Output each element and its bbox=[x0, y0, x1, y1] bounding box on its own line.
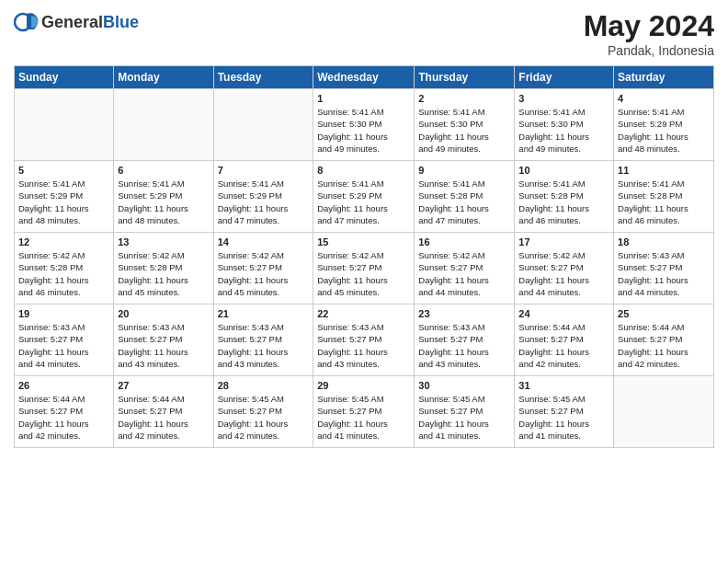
calendar-day-cell: 27Sunrise: 5:44 AM Sunset: 5:27 PM Dayli… bbox=[114, 376, 213, 448]
header-sunday: Sunday bbox=[15, 66, 114, 89]
day-number: 26 bbox=[18, 380, 109, 391]
day-number: 2 bbox=[418, 93, 510, 104]
day-info: Sunrise: 5:44 AM Sunset: 5:27 PM Dayligh… bbox=[618, 321, 710, 370]
calendar-day-cell: 13Sunrise: 5:42 AM Sunset: 5:28 PM Dayli… bbox=[114, 233, 213, 304]
day-number: 16 bbox=[418, 236, 510, 247]
calendar-day-cell bbox=[15, 89, 114, 161]
day-info: Sunrise: 5:41 AM Sunset: 5:29 PM Dayligh… bbox=[317, 178, 410, 226]
day-info: Sunrise: 5:44 AM Sunset: 5:27 PM Dayligh… bbox=[518, 321, 609, 370]
day-info: Sunrise: 5:41 AM Sunset: 5:29 PM Dayligh… bbox=[218, 178, 310, 226]
location: Pandak, Indonesia bbox=[584, 43, 714, 58]
day-number: 15 bbox=[317, 236, 410, 247]
day-info: Sunrise: 5:41 AM Sunset: 5:28 PM Dayligh… bbox=[518, 178, 609, 226]
day-info: Sunrise: 5:42 AM Sunset: 5:28 PM Dayligh… bbox=[18, 249, 109, 298]
calendar-week-row: 1Sunrise: 5:41 AM Sunset: 5:30 PM Daylig… bbox=[15, 89, 714, 161]
day-info: Sunrise: 5:45 AM Sunset: 5:27 PM Dayligh… bbox=[418, 393, 510, 442]
header-thursday: Thursday bbox=[415, 66, 515, 89]
calendar-header-row: Sunday Monday Tuesday Wednesday Thursday… bbox=[15, 66, 714, 89]
day-info: Sunrise: 5:43 AM Sunset: 5:27 PM Dayligh… bbox=[218, 321, 310, 370]
day-info: Sunrise: 5:43 AM Sunset: 5:27 PM Dayligh… bbox=[317, 321, 410, 370]
calendar-day-cell: 8Sunrise: 5:41 AM Sunset: 5:29 PM Daylig… bbox=[313, 161, 415, 233]
day-info: Sunrise: 5:44 AM Sunset: 5:27 PM Dayligh… bbox=[118, 393, 209, 442]
day-number: 18 bbox=[618, 236, 710, 247]
day-info: Sunrise: 5:41 AM Sunset: 5:30 PM Dayligh… bbox=[518, 106, 609, 155]
day-info: Sunrise: 5:43 AM Sunset: 5:27 PM Dayligh… bbox=[118, 321, 209, 370]
day-number: 7 bbox=[218, 165, 310, 176]
day-info: Sunrise: 5:41 AM Sunset: 5:30 PM Dayligh… bbox=[418, 106, 510, 155]
page-container: GeneralBlue May 2024 Pandak, Indonesia S… bbox=[0, 0, 728, 457]
calendar-week-row: 26Sunrise: 5:44 AM Sunset: 5:27 PM Dayli… bbox=[15, 376, 714, 448]
day-info: Sunrise: 5:41 AM Sunset: 5:30 PM Dayligh… bbox=[317, 106, 410, 155]
header-wednesday: Wednesday bbox=[313, 66, 415, 89]
day-info: Sunrise: 5:42 AM Sunset: 5:27 PM Dayligh… bbox=[418, 249, 510, 298]
day-number: 3 bbox=[518, 93, 609, 104]
calendar-day-cell: 26Sunrise: 5:44 AM Sunset: 5:27 PM Dayli… bbox=[15, 376, 114, 448]
calendar-day-cell bbox=[114, 89, 213, 161]
calendar-day-cell: 4Sunrise: 5:41 AM Sunset: 5:29 PM Daylig… bbox=[614, 89, 714, 161]
calendar-day-cell: 23Sunrise: 5:43 AM Sunset: 5:27 PM Dayli… bbox=[415, 304, 515, 376]
calendar-day-cell: 5Sunrise: 5:41 AM Sunset: 5:29 PM Daylig… bbox=[15, 161, 114, 233]
day-info: Sunrise: 5:43 AM Sunset: 5:27 PM Dayligh… bbox=[418, 321, 510, 370]
day-number: 11 bbox=[618, 165, 710, 176]
calendar-day-cell: 30Sunrise: 5:45 AM Sunset: 5:27 PM Dayli… bbox=[415, 376, 515, 448]
calendar-day-cell: 11Sunrise: 5:41 AM Sunset: 5:28 PM Dayli… bbox=[614, 161, 714, 233]
calendar-week-row: 19Sunrise: 5:43 AM Sunset: 5:27 PM Dayli… bbox=[15, 304, 714, 376]
calendar-day-cell: 22Sunrise: 5:43 AM Sunset: 5:27 PM Dayli… bbox=[313, 304, 415, 376]
day-number: 21 bbox=[218, 308, 310, 319]
day-number: 5 bbox=[18, 165, 109, 176]
calendar-day-cell: 19Sunrise: 5:43 AM Sunset: 5:27 PM Dayli… bbox=[15, 304, 114, 376]
day-info: Sunrise: 5:45 AM Sunset: 5:27 PM Dayligh… bbox=[218, 393, 310, 442]
day-number: 4 bbox=[618, 93, 710, 104]
logo: GeneralBlue bbox=[14, 9, 139, 35]
calendar-day-cell: 20Sunrise: 5:43 AM Sunset: 5:27 PM Dayli… bbox=[114, 304, 213, 376]
day-info: Sunrise: 5:41 AM Sunset: 5:28 PM Dayligh… bbox=[418, 178, 510, 226]
day-info: Sunrise: 5:42 AM Sunset: 5:27 PM Dayligh… bbox=[218, 249, 310, 298]
logo-text-general: General bbox=[41, 13, 103, 31]
day-number: 17 bbox=[518, 236, 609, 247]
day-number: 31 bbox=[518, 380, 609, 391]
day-number: 12 bbox=[18, 236, 109, 247]
day-number: 23 bbox=[418, 308, 510, 319]
calendar-week-row: 5Sunrise: 5:41 AM Sunset: 5:29 PM Daylig… bbox=[15, 161, 714, 233]
day-number: 13 bbox=[118, 236, 209, 247]
calendar-day-cell: 29Sunrise: 5:45 AM Sunset: 5:27 PM Dayli… bbox=[313, 376, 415, 448]
calendar-day-cell: 25Sunrise: 5:44 AM Sunset: 5:27 PM Dayli… bbox=[614, 304, 714, 376]
day-info: Sunrise: 5:44 AM Sunset: 5:27 PM Dayligh… bbox=[18, 393, 109, 442]
calendar-day-cell: 18Sunrise: 5:43 AM Sunset: 5:27 PM Dayli… bbox=[614, 233, 714, 304]
day-info: Sunrise: 5:43 AM Sunset: 5:27 PM Dayligh… bbox=[18, 321, 109, 370]
calendar-day-cell: 1Sunrise: 5:41 AM Sunset: 5:30 PM Daylig… bbox=[313, 89, 415, 161]
calendar-day-cell: 12Sunrise: 5:42 AM Sunset: 5:28 PM Dayli… bbox=[15, 233, 114, 304]
header-monday: Monday bbox=[114, 66, 213, 89]
day-info: Sunrise: 5:45 AM Sunset: 5:27 PM Dayligh… bbox=[317, 393, 410, 442]
header: GeneralBlue May 2024 Pandak, Indonesia bbox=[14, 9, 714, 58]
day-number: 22 bbox=[317, 308, 410, 319]
day-info: Sunrise: 5:42 AM Sunset: 5:27 PM Dayligh… bbox=[518, 249, 609, 298]
day-number: 20 bbox=[118, 308, 209, 319]
calendar-day-cell: 10Sunrise: 5:41 AM Sunset: 5:28 PM Dayli… bbox=[515, 161, 614, 233]
calendar-day-cell: 3Sunrise: 5:41 AM Sunset: 5:30 PM Daylig… bbox=[515, 89, 614, 161]
day-number: 24 bbox=[518, 308, 609, 319]
day-number: 28 bbox=[218, 380, 310, 391]
day-number: 8 bbox=[317, 165, 410, 176]
day-info: Sunrise: 5:41 AM Sunset: 5:28 PM Dayligh… bbox=[618, 178, 710, 226]
day-number: 10 bbox=[518, 165, 609, 176]
day-number: 6 bbox=[118, 165, 209, 176]
calendar-day-cell: 17Sunrise: 5:42 AM Sunset: 5:27 PM Dayli… bbox=[515, 233, 614, 304]
day-number: 9 bbox=[418, 165, 510, 176]
calendar-day-cell: 21Sunrise: 5:43 AM Sunset: 5:27 PM Dayli… bbox=[213, 304, 313, 376]
calendar-day-cell: 14Sunrise: 5:42 AM Sunset: 5:27 PM Dayli… bbox=[213, 233, 313, 304]
day-number: 1 bbox=[317, 93, 410, 104]
day-info: Sunrise: 5:41 AM Sunset: 5:29 PM Dayligh… bbox=[118, 178, 209, 226]
calendar-day-cell: 31Sunrise: 5:45 AM Sunset: 5:27 PM Dayli… bbox=[515, 376, 614, 448]
calendar-day-cell: 7Sunrise: 5:41 AM Sunset: 5:29 PM Daylig… bbox=[213, 161, 313, 233]
day-number: 29 bbox=[317, 380, 410, 391]
calendar-day-cell: 6Sunrise: 5:41 AM Sunset: 5:29 PM Daylig… bbox=[114, 161, 213, 233]
calendar-day-cell: 16Sunrise: 5:42 AM Sunset: 5:27 PM Dayli… bbox=[415, 233, 515, 304]
day-number: 27 bbox=[118, 380, 209, 391]
day-info: Sunrise: 5:41 AM Sunset: 5:29 PM Dayligh… bbox=[618, 106, 710, 155]
day-number: 25 bbox=[618, 308, 710, 319]
calendar-day-cell: 24Sunrise: 5:44 AM Sunset: 5:27 PM Dayli… bbox=[515, 304, 614, 376]
calendar-day-cell: 28Sunrise: 5:45 AM Sunset: 5:27 PM Dayli… bbox=[213, 376, 313, 448]
calendar-week-row: 12Sunrise: 5:42 AM Sunset: 5:28 PM Dayli… bbox=[15, 233, 714, 304]
day-info: Sunrise: 5:41 AM Sunset: 5:29 PM Dayligh… bbox=[18, 178, 109, 226]
